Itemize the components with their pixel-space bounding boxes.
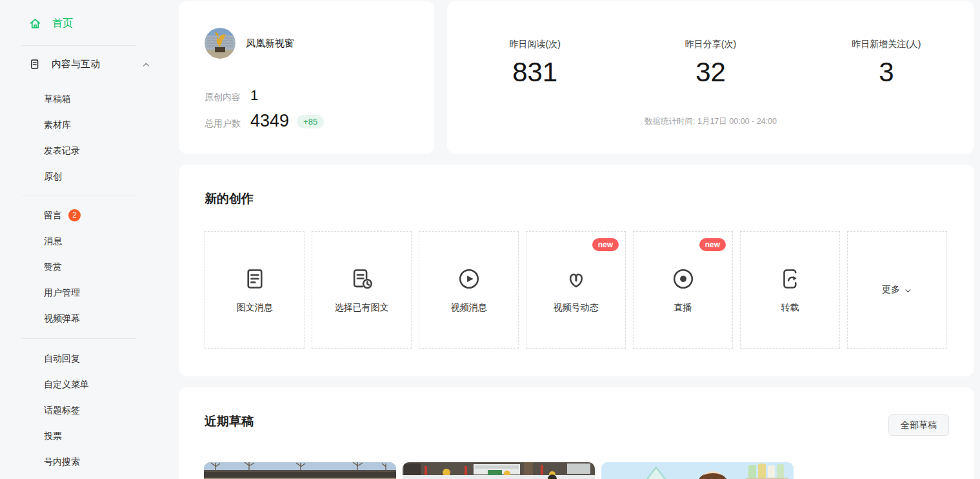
sidebar-item-label: 话题标签 <box>44 397 80 423</box>
sidebar-item-label: 发表记录 <box>44 138 80 163</box>
sidebar-item-messages[interactable]: 消息 <box>0 228 179 254</box>
tile-label: 更多 <box>882 284 900 296</box>
metric-shares: 昨日分享(次) 32 <box>623 39 798 88</box>
all-drafts-button[interactable]: 全部草稿 <box>888 414 949 436</box>
tile-article[interactable]: 图文消息 <box>205 231 305 349</box>
sidebar-item-label: 消息 <box>44 228 62 254</box>
play-circle-icon <box>457 266 481 292</box>
tile-live[interactable]: new 直播 <box>633 231 733 349</box>
sidebar-item-home[interactable]: 首页 <box>28 17 73 30</box>
account-name: 凤凰新视窗 <box>246 37 294 50</box>
sidebar-group-interaction: 留言 2 消息 赞赏 用户管理 视频弹幕 <box>0 202 179 331</box>
sidebar-item-media-library[interactable]: 素材库 <box>0 112 179 138</box>
tile-more[interactable]: 更多 <box>847 231 947 349</box>
metric-label: 昨日阅读(次) <box>447 39 623 50</box>
sidebar-group-tools: 自动回复 自定义菜单 话题标签 投票 号内搜索 <box>0 345 179 474</box>
sidebar-item-custom-menu[interactable]: 自定义菜单 <box>0 371 179 397</box>
total-users-stat: 总用户数 4349 +85 <box>205 111 324 131</box>
page: 首页 内容与互动 草稿箱 素材库 发表记录 原创 <box>0 0 980 479</box>
sidebar-item-rewards[interactable]: 赞赏 <box>0 254 179 280</box>
stats-time-range-note: 数据统计时间: 1月17日 00:00 - 24:00 <box>447 116 974 127</box>
metric-value: 3 <box>799 57 974 88</box>
divider <box>21 196 135 196</box>
sidebar-group-content: 草稿箱 素材库 发表记录 原创 <box>0 86 179 189</box>
draft-thumbnail-skincare-cartoon[interactable] <box>601 462 794 479</box>
new-creation-card: 新的创作 图文消息 <box>179 165 974 376</box>
stat-value: 1 <box>250 87 258 104</box>
new-badge: new <box>699 238 726 251</box>
sidebar-item-comments[interactable]: 留言 2 <box>0 202 179 228</box>
metric-new-followers: 昨日新增关注(人) 3 <box>799 39 974 88</box>
sidebar-item-label: 自动回复 <box>44 345 80 371</box>
sidebar-item-label: 用户管理 <box>44 280 80 305</box>
stat-label: 总用户数 <box>205 118 250 130</box>
tile-label: 转载 <box>781 302 799 314</box>
sidebar-item-label: 留言 <box>44 202 62 228</box>
sidebar-section-label: 内容与互动 <box>52 58 130 70</box>
yesterday-stats-card: 昨日阅读(次) 831 昨日分享(次) 32 昨日新增关注(人) 3 数据统计时… <box>447 1 974 154</box>
new-badge: new <box>592 238 619 251</box>
account-avatar <box>205 28 235 59</box>
metric-value: 32 <box>623 57 798 88</box>
tile-channels[interactable]: new 视频号动态 <box>526 231 626 349</box>
tile-repost[interactable]: 转载 <box>740 231 840 349</box>
sidebar-home-label: 首页 <box>52 17 73 30</box>
unread-count-badge: 2 <box>68 209 81 221</box>
sidebar-item-label: 视频弹幕 <box>44 305 80 331</box>
sidebar: 首页 内容与互动 草稿箱 素材库 发表记录 原创 <box>0 0 179 479</box>
divider <box>21 338 135 339</box>
sidebar-item-label: 自定义菜单 <box>44 371 89 397</box>
sidebar-item-video-danmu[interactable]: 视频弹幕 <box>0 305 179 331</box>
channels-icon <box>564 266 588 292</box>
stat-label: 原创内容 <box>205 92 250 103</box>
article-icon <box>243 266 267 292</box>
creation-tiles: 图文消息 选择已有图文 <box>205 231 947 349</box>
sidebar-item-in-account-search[interactable]: 号内搜索 <box>0 449 179 474</box>
users-delta-badge: +85 <box>297 115 324 128</box>
original-content-stat: 原创内容 1 <box>205 87 258 104</box>
sidebar-item-label: 赞赏 <box>44 254 62 280</box>
account-overview-card: 凤凰新视窗 原创内容 1 总用户数 4349 +85 <box>179 1 434 154</box>
sidebar-item-vote[interactable]: 投票 <box>0 423 179 449</box>
repost-icon <box>778 266 803 292</box>
metric-reads: 昨日阅读(次) 831 <box>447 39 623 88</box>
divider <box>21 45 135 46</box>
metric-label: 昨日新增关注(人) <box>799 39 974 50</box>
section-title: 新的创作 <box>205 190 254 207</box>
content-doc-icon <box>28 58 41 70</box>
sidebar-item-topic-tags[interactable]: 话题标签 <box>0 397 179 423</box>
sidebar-item-original[interactable]: 原创 <box>0 163 179 189</box>
draft-thumbnails <box>204 462 794 479</box>
home-icon <box>28 17 42 30</box>
sidebar-item-drafts-box[interactable]: 草稿箱 <box>0 86 179 112</box>
tile-video-message[interactable]: 视频消息 <box>419 231 519 349</box>
tile-label: 视频消息 <box>451 302 487 314</box>
metric-value: 831 <box>447 57 623 88</box>
section-title: 近期草稿 <box>205 413 254 430</box>
recent-drafts-card: 近期草稿 全部草稿 <box>179 387 974 479</box>
sidebar-item-label: 投票 <box>44 423 62 449</box>
metric-label: 昨日分享(次) <box>623 39 798 50</box>
tile-label: 图文消息 <box>237 302 273 314</box>
sidebar-item-user-management[interactable]: 用户管理 <box>0 280 179 305</box>
chevron-up-icon[interactable] <box>141 59 151 70</box>
sidebar-item-label: 草稿箱 <box>44 86 71 112</box>
stat-value: 4349 <box>250 111 289 131</box>
chevron-down-icon <box>904 285 912 295</box>
sidebar-item-label: 原创 <box>44 163 62 189</box>
draft-thumbnail-snow-playground[interactable] <box>403 462 595 479</box>
tile-label: 选择已有图文 <box>335 302 389 314</box>
sidebar-item-publish-record[interactable]: 发表记录 <box>0 138 179 163</box>
tile-label: 直播 <box>674 302 692 314</box>
tile-existing-article[interactable]: 选择已有图文 <box>312 231 412 349</box>
sidebar-item-label: 素材库 <box>44 112 71 138</box>
account-header: 凤凰新视窗 <box>205 28 294 59</box>
sidebar-section-content-interaction[interactable]: 内容与互动 <box>28 58 151 70</box>
sidebar-item-auto-reply[interactable]: 自动回复 <box>0 345 179 371</box>
article-history-icon <box>350 266 374 292</box>
tile-label: 视频号动态 <box>554 302 599 314</box>
draft-thumbnail-winter-village[interactable] <box>204 462 396 479</box>
live-dot-icon <box>671 266 695 292</box>
metrics-row: 昨日阅读(次) 831 昨日分享(次) 32 昨日新增关注(人) 3 <box>447 39 974 88</box>
sidebar-item-label: 号内搜索 <box>44 449 80 474</box>
